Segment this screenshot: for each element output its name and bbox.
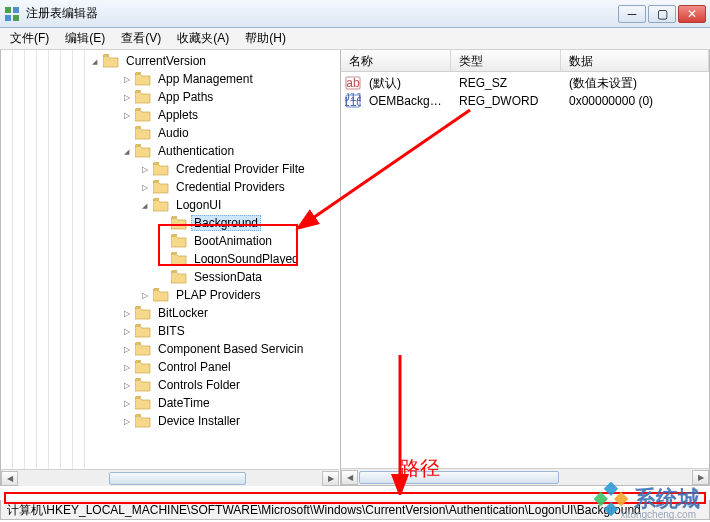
scroll-thumb[interactable] <box>109 472 246 485</box>
expander-icon[interactable] <box>121 145 133 157</box>
tree-node[interactable]: Credential Provider Filte <box>89 160 340 178</box>
value-name: OEMBackgrou... <box>361 94 451 108</box>
list-row[interactable]: 011110OEMBackgrou...REG_DWORD0x00000000 … <box>341 92 709 110</box>
menu-help[interactable]: 帮助(H) <box>239 28 292 49</box>
tree-label[interactable]: SessionData <box>191 269 265 285</box>
expander-icon[interactable] <box>121 379 133 391</box>
tree-label[interactable]: PLAP Providers <box>173 287 264 303</box>
expander-icon[interactable] <box>121 415 133 427</box>
tree-label[interactable]: Credential Providers <box>173 179 288 195</box>
tree-label[interactable]: LogonUI <box>173 197 224 213</box>
folder-icon <box>135 126 151 140</box>
expander-icon[interactable] <box>121 307 133 319</box>
folder-icon <box>135 108 151 122</box>
folder-icon <box>135 90 151 104</box>
tree-label[interactable]: BITS <box>155 323 188 339</box>
tree-label[interactable]: App Paths <box>155 89 216 105</box>
tree-node[interactable]: App Management <box>89 70 340 88</box>
expander-icon[interactable] <box>139 163 151 175</box>
tree-label[interactable]: BootAnimation <box>191 233 275 249</box>
expander-icon[interactable] <box>139 181 151 193</box>
tree-label[interactable]: Applets <box>155 107 201 123</box>
expander-icon[interactable] <box>139 199 151 211</box>
tree-label[interactable]: Credential Provider Filte <box>173 161 308 177</box>
scroll-left-icon[interactable]: ◀ <box>1 471 18 486</box>
horizontal-scrollbar-left[interactable]: ◀ ▶ <box>1 469 339 486</box>
tree-label[interactable]: Component Based Servicin <box>155 341 306 357</box>
scroll-thumb[interactable] <box>359 471 559 484</box>
expander-icon[interactable] <box>89 55 101 67</box>
value-type: REG_SZ <box>451 76 561 90</box>
main-body: CurrentVersionApp ManagementApp PathsApp… <box>0 50 710 486</box>
tree-node[interactable]: LogonSoundPlayed <box>89 250 340 268</box>
col-name[interactable]: 名称 <box>341 50 451 71</box>
scroll-right-icon[interactable]: ▶ <box>322 471 339 486</box>
tree-node[interactable]: Authentication <box>89 142 340 160</box>
title-bar: 注册表编辑器 ─ ▢ ✕ <box>0 0 710 28</box>
gutter <box>1 50 13 485</box>
tree-node[interactable]: Control Panel <box>89 358 340 376</box>
tree-node[interactable]: CurrentVersion <box>89 52 340 70</box>
menu-edit[interactable]: 编辑(E) <box>59 28 111 49</box>
value-icon: ab <box>345 75 361 91</box>
tree-label[interactable]: Controls Folder <box>155 377 243 393</box>
tree-label[interactable]: DateTime <box>155 395 213 411</box>
tree-label[interactable]: Authentication <box>155 143 237 159</box>
tree-node[interactable]: LogonUI <box>89 196 340 214</box>
tree-label[interactable]: Audio <box>155 125 192 141</box>
tree-node[interactable]: Applets <box>89 106 340 124</box>
col-data[interactable]: 数据 <box>561 50 709 71</box>
tree-node[interactable]: DateTime <box>89 394 340 412</box>
tree-label[interactable]: App Management <box>155 71 256 87</box>
registry-tree[interactable]: CurrentVersionApp ManagementApp PathsApp… <box>85 50 340 485</box>
list-body[interactable]: ab(默认)REG_SZ(数值未设置)011110OEMBackgrou...R… <box>341 72 709 468</box>
expander-icon[interactable] <box>121 109 133 121</box>
expander-icon[interactable] <box>121 91 133 103</box>
menu-favorites[interactable]: 收藏夹(A) <box>171 28 235 49</box>
expander-icon[interactable] <box>139 289 151 301</box>
tree-label[interactable]: CurrentVersion <box>123 53 209 69</box>
tree-label[interactable]: Background <box>191 215 261 231</box>
expander-icon[interactable] <box>121 361 133 373</box>
tree-label[interactable]: Control Panel <box>155 359 234 375</box>
tree-label[interactable]: Device Installer <box>155 413 243 429</box>
menu-view[interactable]: 查看(V) <box>115 28 167 49</box>
watermark-logo-icon <box>594 482 628 516</box>
tree-node[interactable]: BootAnimation <box>89 232 340 250</box>
expander-icon[interactable] <box>121 343 133 355</box>
tree-node[interactable]: PLAP Providers <box>89 286 340 304</box>
tree-node[interactable]: App Paths <box>89 88 340 106</box>
scroll-track[interactable] <box>18 471 322 486</box>
tree-node[interactable]: Controls Folder <box>89 376 340 394</box>
svg-text:110: 110 <box>345 95 361 109</box>
tree-node[interactable]: Background <box>89 214 340 232</box>
maximize-button[interactable]: ▢ <box>648 5 676 23</box>
folder-icon <box>135 72 151 86</box>
folder-icon <box>171 252 187 266</box>
scroll-left-icon[interactable]: ◀ <box>341 470 358 485</box>
expander-icon[interactable] <box>121 325 133 337</box>
tree-node[interactable]: BITS <box>89 322 340 340</box>
tree-node[interactable]: SessionData <box>89 268 340 286</box>
tree-label[interactable]: LogonSoundPlayed <box>191 251 302 267</box>
gutter <box>73 50 85 485</box>
value-name: (默认) <box>361 75 451 92</box>
menu-file[interactable]: 文件(F) <box>4 28 55 49</box>
list-row[interactable]: ab(默认)REG_SZ(数值未设置) <box>341 74 709 92</box>
tree-node[interactable]: BitLocker <box>89 304 340 322</box>
minimize-button[interactable]: ─ <box>618 5 646 23</box>
tree-node[interactable]: Device Installer <box>89 412 340 430</box>
gutter <box>49 50 61 485</box>
tree-node[interactable]: Credential Providers <box>89 178 340 196</box>
expander-icon[interactable] <box>121 73 133 85</box>
expander-icon[interactable] <box>121 397 133 409</box>
col-type[interactable]: 类型 <box>451 50 561 71</box>
close-button[interactable]: ✕ <box>678 5 706 23</box>
tree-label[interactable]: BitLocker <box>155 305 211 321</box>
tree-node[interactable]: Component Based Servicin <box>89 340 340 358</box>
svg-rect-3 <box>13 15 19 21</box>
folder-icon <box>153 198 169 212</box>
svg-rect-11 <box>604 482 618 496</box>
tree-node[interactable]: Audio <box>89 124 340 142</box>
value-icon: 011110 <box>345 93 361 109</box>
